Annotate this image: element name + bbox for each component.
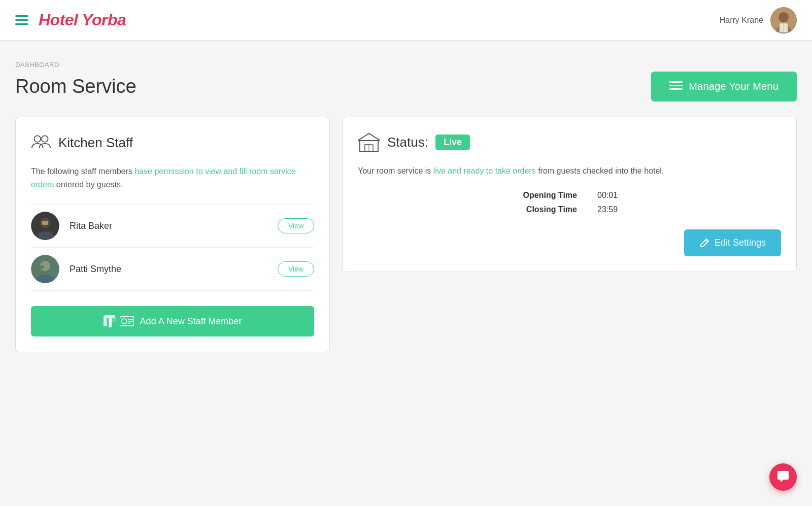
status-text: Status: (387, 134, 428, 150)
svg-point-24 (122, 319, 127, 324)
svg-rect-31 (365, 145, 369, 152)
add-staff-icon (104, 315, 118, 327)
svg-point-18 (41, 265, 44, 268)
time-table: Opening Time 00:01 Closing Time 23:59 (358, 191, 781, 214)
menu-list-icon (669, 81, 683, 92)
staff-name: Patti Smythe (70, 264, 267, 275)
main-content: DASHBOARD Room Service Manage Your Menu (0, 41, 812, 373)
breadcrumb: DASHBOARD (15, 61, 797, 69)
list-item: Patti Smythe View (31, 248, 314, 291)
avatar[interactable] (770, 7, 797, 33)
staff-avatar-rita (31, 212, 59, 240)
store-icon (358, 132, 380, 152)
closing-time-row: Closing Time 23:59 (358, 205, 781, 214)
view-staff-button[interactable]: View (278, 218, 314, 233)
svg-rect-21 (109, 315, 112, 327)
edit-settings-button[interactable]: Edit Settings (684, 229, 781, 256)
svg-rect-8 (669, 81, 671, 83)
add-staff-button[interactable]: Add A New Staff Member (31, 306, 314, 336)
manage-menu-label: Manage Your Menu (689, 81, 779, 92)
avatar-image (770, 7, 797, 33)
header: Hotel Yorba Harry Krane (0, 0, 812, 41)
status-card: Status: Live Your room service is live a… (342, 117, 797, 272)
status-desc-highlight: live and ready to take orders (433, 166, 536, 175)
status-description: Your room service is live and ready to t… (358, 164, 781, 178)
page-title-row: Room Service Manage Your Menu (15, 72, 797, 102)
staff-desc-suffix: entered by guests. (54, 180, 123, 189)
header-left: Hotel Yorba (15, 11, 126, 29)
staff-desc-prefix: The following staff members (31, 167, 134, 176)
closing-time-value: 23:59 (597, 205, 628, 214)
svg-point-10 (42, 136, 48, 142)
svg-rect-6 (669, 85, 683, 86)
page-header-section: DASHBOARD Room Service Manage Your Menu (15, 61, 797, 102)
hamburger-menu-button[interactable] (15, 15, 28, 25)
svg-point-9 (34, 136, 41, 142)
staff-card-icon (120, 316, 134, 327)
pencil-icon (699, 238, 709, 248)
view-staff-button[interactable]: View (278, 261, 314, 277)
staff-description: The following staff members have permiss… (31, 165, 314, 191)
staff-name: Rita Baker (70, 221, 267, 231)
list-item: Rita Baker View (31, 204, 314, 248)
status-desc-suffix: from guests checked into the hotel. (536, 166, 664, 175)
status-header: Status: Live (358, 132, 781, 152)
closing-time-label: Closing Time (511, 205, 577, 214)
avatar-svg (770, 7, 797, 33)
page-title: Room Service (15, 76, 137, 97)
svg-point-1 (779, 12, 789, 22)
cards-row: Kitchen Staff The following staff member… (15, 117, 797, 352)
live-badge: Live (435, 134, 470, 150)
svg-rect-7 (669, 88, 683, 90)
manage-menu-button[interactable]: Manage Your Menu (651, 72, 797, 102)
logo: Hotel Yorba (39, 11, 126, 29)
kitchen-staff-card: Kitchen Staff The following staff member… (15, 117, 330, 352)
kitchen-staff-icon (31, 132, 51, 153)
staff-list: Rita Baker View Patti Smythe View (31, 204, 314, 291)
opening-time-row: Opening Time 00:01 (358, 191, 781, 200)
header-right: Harry Krane (720, 7, 797, 33)
add-staff-label: Add A New Staff Member (140, 316, 242, 327)
opening-time-label: Opening Time (511, 191, 577, 200)
status-desc-prefix: Your room service is (358, 166, 433, 175)
staff-avatar-patti (31, 255, 59, 283)
user-name: Harry Krane (720, 16, 763, 25)
kitchen-staff-title: Kitchen Staff (58, 135, 133, 151)
kitchen-staff-header: Kitchen Staff (31, 132, 314, 153)
svg-rect-14 (42, 221, 48, 225)
opening-time-value: 00:01 (597, 191, 628, 200)
svg-point-22 (111, 316, 117, 322)
edit-settings-label: Edit Settings (715, 238, 766, 248)
